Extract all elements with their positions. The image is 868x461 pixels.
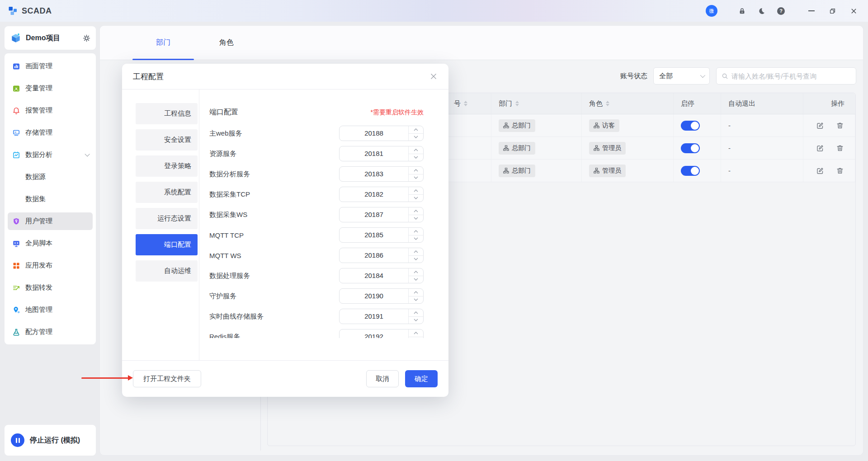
- dialog-tab-project-info[interactable]: 工程信息: [136, 103, 198, 124]
- delete-icon[interactable]: [836, 144, 844, 152]
- stepper-down-icon[interactable]: [409, 337, 423, 339]
- port-number-input[interactable]: 20186: [339, 248, 424, 263]
- delete-icon[interactable]: [836, 167, 844, 175]
- sidebar-item-map-management[interactable]: 地图管理: [8, 301, 93, 319]
- stepper-down-icon[interactable]: [409, 215, 423, 222]
- dialog-tab-port-config[interactable]: 端口配置: [136, 234, 198, 255]
- wechat-badge[interactable]: 微: [706, 5, 717, 17]
- close-icon[interactable]: [429, 72, 438, 80]
- search-input[interactable]: [731, 72, 851, 80]
- tab-department[interactable]: 部门: [132, 26, 195, 60]
- sidebar-item-screen-management[interactable]: 画面管理: [8, 57, 93, 75]
- port-value[interactable]: 20183: [340, 167, 408, 181]
- stepper-down-icon[interactable]: [409, 276, 423, 283]
- sidebar-item-variable-management[interactable]: x 变量管理: [8, 80, 93, 97]
- sidebar-item-recipe-management[interactable]: 配方管理: [8, 323, 93, 341]
- stepper-up-icon[interactable]: [409, 207, 423, 215]
- sidebar-item-global-script[interactable]: 全局脚本: [8, 235, 93, 252]
- enable-toggle[interactable]: [681, 143, 700, 153]
- sidebar-item-app-publish[interactable]: 应用发布: [8, 257, 93, 274]
- sidebar-item-data-forward[interactable]: 数据转发: [8, 279, 93, 296]
- port-number-input[interactable]: 20181: [339, 146, 424, 161]
- port-number-input[interactable]: 20185: [339, 227, 424, 243]
- column-header-role[interactable]: 角色: [582, 93, 674, 114]
- stepper-up-icon[interactable]: [409, 268, 423, 276]
- dialog-tab-security[interactable]: 安全设置: [136, 129, 198, 151]
- edit-icon[interactable]: [816, 144, 824, 152]
- port-value[interactable]: 20192: [340, 329, 408, 338]
- stepper-up-icon[interactable]: [409, 228, 423, 235]
- stepper-up-icon[interactable]: [409, 126, 423, 134]
- account-status-select[interactable]: 全部: [653, 67, 710, 85]
- cancel-button[interactable]: 取消: [366, 370, 399, 387]
- number-stepper: [408, 329, 423, 338]
- port-value[interactable]: 20188: [340, 126, 408, 141]
- port-value[interactable]: 20186: [340, 248, 408, 263]
- stepper-up-icon[interactable]: [409, 329, 423, 337]
- port-value[interactable]: 20191: [340, 309, 408, 324]
- open-project-folder-button[interactable]: 打开工程文件夹: [133, 370, 201, 387]
- gear-icon[interactable]: [83, 34, 90, 42]
- stepper-up-icon[interactable]: [409, 187, 423, 195]
- restore-icon[interactable]: [829, 8, 836, 14]
- port-number-input[interactable]: 20182: [339, 187, 424, 202]
- port-number-input[interactable]: 20187: [339, 207, 424, 222]
- run-status-bar[interactable]: 停止运行 (模拟): [5, 425, 96, 456]
- dialog-tab-login-policy[interactable]: 登录策略: [136, 155, 198, 177]
- port-value[interactable]: 20187: [340, 207, 408, 222]
- port-value[interactable]: 20184: [340, 268, 408, 283]
- dialog-tab-auto-ops[interactable]: 自动运维: [136, 260, 198, 282]
- sort-icon[interactable]: [464, 101, 467, 106]
- stepper-down-icon[interactable]: [409, 174, 423, 182]
- dialog-tab-runtime[interactable]: 运行态设置: [136, 208, 198, 229]
- port-number-input[interactable]: 20184: [339, 268, 424, 283]
- minimize-icon[interactable]: [808, 10, 815, 11]
- column-header-department[interactable]: 部门: [491, 93, 582, 114]
- sidebar-item-data-set[interactable]: 数据集: [8, 190, 93, 208]
- help-icon[interactable]: ?: [777, 7, 785, 15]
- stepper-down-icon[interactable]: [409, 256, 423, 263]
- stepper-down-icon[interactable]: [409, 235, 423, 243]
- confirm-button[interactable]: 确定: [405, 370, 438, 387]
- stepper-up-icon[interactable]: [409, 289, 423, 296]
- sidebar-item-user-management[interactable]: 用户管理: [8, 212, 93, 230]
- sidebar-item-data-source[interactable]: 数据源: [8, 168, 93, 186]
- port-value[interactable]: 20181: [340, 146, 408, 161]
- stepper-up-icon[interactable]: [409, 309, 423, 317]
- stepper-up-icon[interactable]: [409, 248, 423, 256]
- edit-icon[interactable]: [816, 167, 824, 175]
- stepper-up-icon[interactable]: [409, 167, 423, 174]
- dialog-tab-system-config[interactable]: 系统配置: [136, 182, 198, 203]
- close-icon[interactable]: [850, 8, 857, 14]
- delete-icon[interactable]: [836, 122, 844, 130]
- port-value[interactable]: 20185: [340, 228, 408, 242]
- stepper-down-icon[interactable]: [409, 195, 423, 202]
- sidebar-item-storage-management[interactable]: 存储管理: [8, 124, 93, 141]
- moon-icon[interactable]: [758, 7, 765, 15]
- port-number-input[interactable]: 20188: [339, 126, 424, 141]
- enable-toggle[interactable]: [681, 121, 700, 131]
- storage-management-icon: [12, 129, 20, 137]
- edit-icon[interactable]: [816, 122, 824, 130]
- search-box[interactable]: [716, 67, 856, 85]
- stepper-up-icon[interactable]: [409, 146, 423, 154]
- stepper-down-icon[interactable]: [409, 134, 423, 141]
- port-number-input[interactable]: 20191: [339, 309, 424, 324]
- sort-icon[interactable]: [606, 101, 609, 106]
- port-value[interactable]: 20182: [340, 187, 408, 202]
- pause-icon[interactable]: [11, 433, 24, 447]
- lock-icon[interactable]: [738, 7, 746, 15]
- content-tabs: 部门 角色: [100, 26, 863, 60]
- port-number-input[interactable]: 20183: [339, 166, 424, 182]
- sort-icon[interactable]: [515, 101, 519, 106]
- stepper-down-icon[interactable]: [409, 296, 423, 304]
- port-number-input[interactable]: 20190: [339, 288, 424, 304]
- port-value[interactable]: 20190: [340, 289, 408, 303]
- tab-role[interactable]: 角色: [195, 26, 258, 60]
- enable-toggle[interactable]: [681, 166, 700, 176]
- stepper-down-icon[interactable]: [409, 317, 423, 324]
- stepper-down-icon[interactable]: [409, 154, 423, 161]
- sidebar-item-alarm-management[interactable]: 报警管理: [8, 102, 93, 119]
- sidebar-item-data-analysis[interactable]: 数据分析: [8, 146, 93, 164]
- port-number-input[interactable]: 20192: [339, 329, 424, 338]
